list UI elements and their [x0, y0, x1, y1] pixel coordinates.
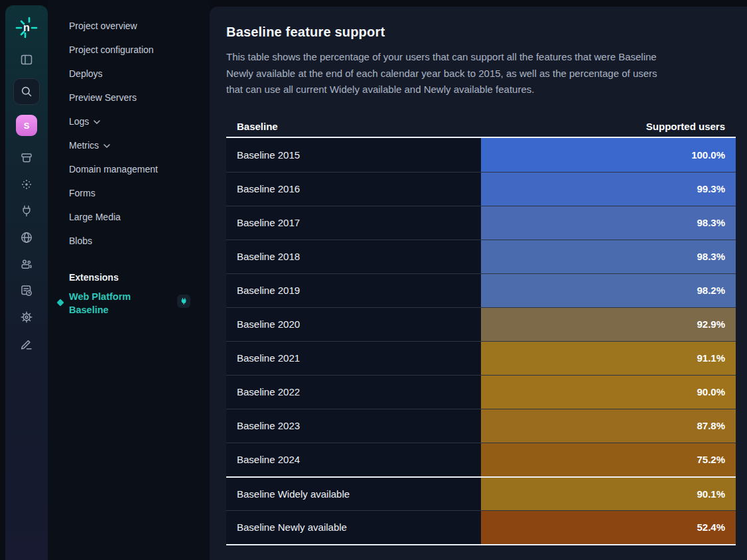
icon-rail: n S: [5, 5, 48, 560]
sidebar-item-label: Preview Servers: [69, 92, 137, 103]
supported-users-value: 90.0%: [697, 386, 725, 397]
supported-users-value: 91.1%: [697, 352, 725, 364]
row-label: Baseline 2016: [226, 173, 481, 206]
supported-users-bar: 92.9%: [481, 308, 736, 341]
row-label: Baseline 2017: [226, 206, 481, 240]
table-row: Baseline 202092.9%: [226, 307, 736, 341]
table-row: Baseline 202290.0%: [226, 375, 736, 409]
supported-users-bar: 98.2%: [481, 274, 736, 307]
row-label: Baseline 2018: [226, 240, 481, 273]
sidebar-item-logs[interactable]: Logs: [69, 113, 210, 129]
table-row: Baseline 202191.1%: [226, 341, 736, 375]
row-label: Baseline 2021: [226, 342, 481, 375]
sidebar-item-label: Forms: [69, 188, 96, 198]
main-panel: Baseline feature support This table show…: [210, 7, 747, 560]
sidebar-item-label: Domain management: [69, 164, 158, 175]
sidebar-item-metrics[interactable]: Metrics: [69, 137, 210, 153]
sidebar-item-label: Deploys: [69, 68, 103, 79]
row-label: Baseline 2019: [226, 274, 481, 307]
netlify-logo-icon[interactable]: n: [15, 15, 38, 39]
sparkle-icon[interactable]: [19, 177, 34, 192]
supported-users-value: 98.3%: [697, 217, 725, 228]
chevron-down-icon: [94, 120, 100, 124]
table-row: Baseline 201798.3%: [226, 206, 736, 240]
sidebar-item-label: Large Media: [69, 212, 121, 222]
chevron-down-icon: [103, 144, 110, 148]
sidebar-item-web-platform-baseline[interactable]: Web Platform Baseline: [69, 290, 210, 316]
pencil-icon[interactable]: [19, 336, 34, 351]
supported-users-value: 99.3%: [697, 183, 725, 194]
page-description: This table shows the percentage of your …: [226, 49, 663, 98]
supported-users-bar: 91.1%: [481, 342, 736, 375]
table-row: Baseline 202387.8%: [226, 409, 736, 443]
row-label: Baseline 2024: [226, 443, 481, 476]
sidebar-toggle-icon[interactable]: [19, 52, 34, 67]
extensions-heading: Extensions: [69, 269, 210, 285]
svg-text:n: n: [23, 22, 30, 33]
sidebar-item-deploys[interactable]: Deploys: [69, 66, 210, 82]
sidebar-item-preview-servers[interactable]: Preview Servers: [69, 90, 210, 105]
row-label: Baseline Newly available: [226, 511, 481, 544]
supported-users-value: 98.2%: [697, 285, 725, 296]
globe-icon[interactable]: [19, 230, 34, 245]
sidebar-menu: Project overviewProject configurationDep…: [69, 18, 210, 249]
sidebar: Project overviewProject configurationDep…: [48, 0, 210, 560]
sidebar-item-label: Logs: [69, 116, 89, 127]
gear-icon[interactable]: [19, 310, 34, 324]
page-title: Baseline feature support: [226, 25, 736, 40]
supported-users-bar: 75.2%: [481, 443, 736, 476]
supported-users-value: 92.9%: [697, 318, 725, 330]
avatar[interactable]: S: [16, 115, 37, 136]
sidebar-item-forms[interactable]: Forms: [69, 185, 210, 201]
supported-users-bar: 100.0%: [481, 138, 736, 172]
table-row: Baseline 2015100.0%: [226, 138, 736, 172]
table-row: Baseline 202475.2%: [226, 443, 736, 476]
row-label: Baseline 2015: [226, 138, 481, 172]
sidebar-item-label: Metrics: [69, 140, 99, 151]
supported-users-value: 100.0%: [691, 149, 725, 161]
supported-users-bar: 98.3%: [481, 206, 736, 240]
table-row: Baseline Widely available90.1%: [226, 476, 736, 510]
supported-users-value: 52.4%: [697, 522, 725, 533]
row-label: Baseline Widely available: [226, 478, 481, 510]
audit-log-icon[interactable]: [19, 283, 34, 298]
sidebar-item-label: Project overview: [69, 21, 137, 31]
column-header-supported-users: Supported users: [646, 121, 725, 132]
column-header-baseline: Baseline: [237, 121, 278, 132]
sidebar-item-large-media[interactable]: Large Media: [69, 209, 210, 225]
plug-icon[interactable]: [19, 204, 34, 218]
table-row: Baseline Newly available52.4%: [226, 510, 736, 544]
sidebar-item-blobs[interactable]: Blobs: [69, 233, 210, 249]
row-label: Baseline 2023: [226, 409, 481, 443]
archive-box-icon[interactable]: [19, 151, 34, 165]
supported-users-bar: 98.3%: [481, 240, 736, 273]
sidebar-item-project-configuration[interactable]: Project configuration: [69, 42, 210, 58]
sidebar-item-label: Project configuration: [69, 44, 154, 55]
sidebar-item-domain-management[interactable]: Domain management: [69, 161, 210, 177]
sidebar-item-project-overview[interactable]: Project overview: [69, 18, 210, 34]
plug-badge-icon: [177, 295, 190, 308]
supported-users-value: 90.1%: [697, 488, 725, 500]
supported-users-bar: 90.1%: [481, 478, 736, 510]
supported-users-bar: 87.8%: [481, 409, 736, 443]
diamond-bullet-icon: [56, 299, 64, 306]
row-label: Baseline 2020: [226, 308, 481, 341]
row-label: Baseline 2022: [226, 376, 481, 409]
table-row: Baseline 201998.2%: [226, 273, 736, 307]
supported-users-value: 98.3%: [697, 251, 725, 262]
table-header: Baseline Supported users: [226, 121, 736, 138]
team-icon[interactable]: [19, 257, 34, 271]
sidebar-item-label: Blobs: [69, 236, 92, 246]
table-row: Baseline 201898.3%: [226, 240, 736, 273]
baseline-table: Baseline 2015100.0%Baseline 201699.3%Bas…: [226, 138, 736, 545]
supported-users-bar: 99.3%: [481, 173, 736, 206]
table-row: Baseline 201699.3%: [226, 172, 736, 206]
supported-users-bar: 90.0%: [481, 376, 736, 409]
search-icon[interactable]: [13, 78, 40, 105]
supported-users-value: 75.2%: [697, 454, 725, 465]
supported-users-bar: 52.4%: [481, 511, 736, 544]
supported-users-value: 87.8%: [697, 420, 725, 431]
extension-label: Web Platform Baseline: [69, 290, 147, 316]
